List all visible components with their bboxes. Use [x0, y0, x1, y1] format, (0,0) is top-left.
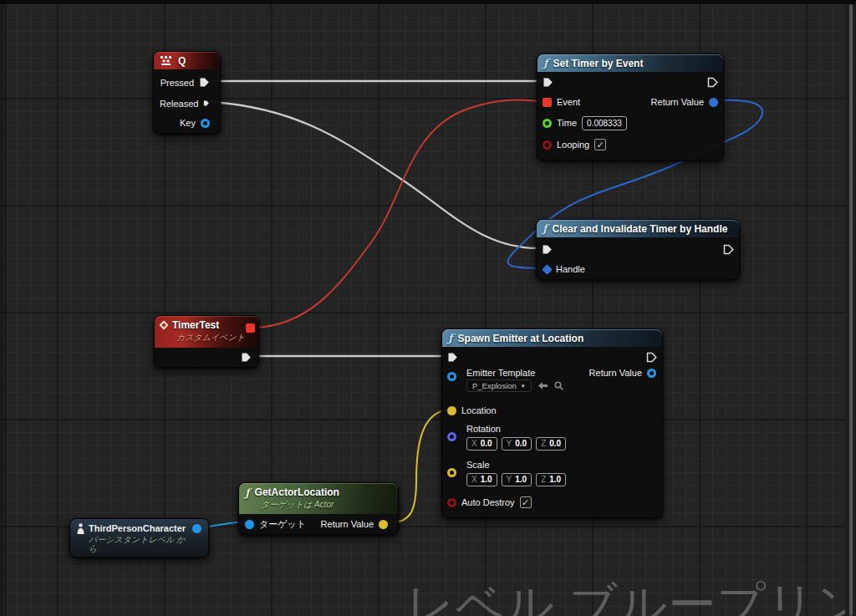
target-pin-label: ターゲット — [259, 518, 306, 531]
get-actor-location-subtitle: ターゲットは Actor — [261, 500, 334, 509]
panel-left-edge — [0, 0, 7, 616]
event-pin-label: Event — [557, 97, 580, 107]
looping-pin[interactable] — [543, 140, 552, 150]
node-spawn-emitter-at-location[interactable]: ƒ Spawn Emitter at Location Emitter Temp… — [441, 328, 663, 518]
released-pin-label: Released — [160, 99, 198, 109]
rotation-x-input[interactable]: X0.0 — [466, 437, 497, 451]
handle-pin-label: Handle — [556, 264, 585, 274]
rotation-pin-label: Rotation — [466, 424, 501, 434]
get-actor-location-title: GetActorLocation — [255, 486, 339, 498]
spawn-emitter-header: ƒ Spawn Emitter at Location — [442, 329, 662, 347]
location-pin[interactable] — [447, 406, 456, 415]
clear-timer-exec-in-pin[interactable] — [542, 244, 553, 255]
looping-checkbox[interactable]: ✓ — [594, 139, 606, 150]
q-node-header: Q — [154, 52, 220, 69]
spawn-return-pin[interactable] — [647, 369, 656, 378]
key-pin[interactable] — [201, 119, 210, 128]
set-timer-exec-in-pin[interactable] — [543, 77, 553, 88]
actor-location-return-label: Return Value — [321, 519, 374, 529]
clear-timer-title: Clear and Invalidate Timer by Handle — [553, 223, 728, 235]
wire-released-exec[interactable] — [209, 102, 539, 248]
function-icon: ƒ — [245, 487, 250, 498]
spawn-return-label: Return Value — [589, 368, 642, 378]
timertest-title: TimerTest — [172, 319, 219, 331]
spawn-exec-in-pin[interactable] — [447, 352, 458, 363]
event-delegate-pin[interactable] — [543, 98, 552, 107]
time-pin-label: Time — [557, 118, 577, 128]
third-person-title: ThirdPersonCharacter — [89, 523, 186, 533]
scale-x-input[interactable]: X1.0 — [466, 473, 497, 486]
set-timer-exec-out-pin[interactable] — [707, 77, 718, 88]
scale-z-input[interactable]: Z1.0 — [536, 473, 566, 486]
node-clear-invalidate-timer[interactable]: ƒ Clear and Invalidate Timer by Handle H… — [536, 219, 740, 280]
node-third-person-character[interactable]: ThirdPersonCharacter パーシスタントレベル から — [69, 518, 209, 557]
function-icon: ƒ — [448, 333, 453, 344]
key-pin-label: Key — [180, 118, 196, 128]
spawn-emitter-title: Spawn Emitter at Location — [458, 333, 584, 344]
function-icon: ƒ — [543, 58, 548, 69]
clear-timer-header: ƒ Clear and Invalidate Timer by Handle — [537, 220, 739, 237]
set-timer-return-label: Return Value — [651, 97, 704, 107]
released-exec-pin[interactable] — [203, 98, 210, 109]
node-get-actor-location[interactable]: ƒ GetActorLocation ターゲットは Actor ターゲット Re… — [238, 482, 399, 535]
third-person-subtitle: パーシスタントレベル から — [89, 535, 192, 553]
location-pin-label: Location — [461, 405, 497, 415]
window-top-edge — [0, 0, 856, 4]
dropdown-arrow-icon: ▼ — [521, 384, 526, 389]
browse-asset-icon[interactable] — [554, 381, 563, 390]
pressed-pin-label: Pressed — [160, 78, 194, 88]
auto-destroy-label: Auto Destroy — [461, 497, 515, 507]
q-node-title: Q — [178, 55, 186, 67]
auto-destroy-checkbox[interactable]: ✓ — [520, 496, 532, 508]
custom-event-icon — [159, 320, 168, 329]
node-q-key-event[interactable]: Q Pressed Released Key — [153, 51, 221, 134]
use-selected-asset-icon[interactable] — [538, 382, 548, 389]
set-timer-title: Set Timer by Event — [553, 58, 644, 69]
pressed-exec-pin[interactable] — [199, 77, 210, 88]
node-set-timer-by-event[interactable]: ƒ Set Timer by Event Event Return Value … — [537, 53, 724, 160]
get-actor-location-header: ƒ GetActorLocation ターゲットは Actor — [239, 483, 398, 514]
looping-pin-label: Looping — [557, 140, 589, 150]
handle-pin[interactable] — [542, 264, 553, 275]
scale-y-input[interactable]: Y1.0 — [502, 473, 532, 486]
time-value-input[interactable]: 0.008333 — [582, 116, 627, 130]
emitter-template-dropdown[interactable]: P_Explosion ▼ — [466, 379, 532, 392]
timertest-exec-out-pin[interactable] — [241, 352, 252, 363]
spawn-exec-out-pin[interactable] — [646, 352, 657, 363]
rotation-z-input[interactable]: Z0.0 — [536, 437, 566, 451]
clear-timer-exec-out-pin[interactable] — [723, 244, 734, 255]
timertest-subtitle: カスタムイベント — [176, 333, 245, 342]
set-timer-header: ƒ Set Timer by Event — [538, 54, 723, 72]
third-person-output-pin[interactable] — [192, 524, 201, 533]
function-icon: ƒ — [543, 223, 548, 234]
emitter-template-label: Emitter Template — [466, 368, 535, 378]
keyboard-icon — [160, 56, 173, 65]
timertest-delegate-pin[interactable] — [246, 323, 255, 333]
blueprint-canvas[interactable]: レベル ブループリント Q Pressed Released Key — [0, 0, 856, 616]
scrollbar-thumb[interactable] — [849, 4, 853, 616]
wire-timertest-event[interactable] — [254, 99, 543, 328]
rotation-y-input[interactable]: Y0.0 — [502, 437, 532, 451]
scale-pin-label: Scale — [466, 460, 490, 470]
set-timer-return-pin[interactable] — [709, 98, 718, 107]
auto-destroy-pin[interactable] — [447, 498, 456, 507]
node-timertest-custom-event[interactable]: TimerTest カスタムイベント — [154, 315, 259, 368]
target-pin[interactable] — [245, 520, 254, 529]
person-icon — [77, 523, 84, 534]
actor-location-return-pin[interactable] — [379, 520, 388, 529]
time-pin[interactable] — [543, 119, 552, 128]
timertest-header: TimerTest カスタムイベント — [155, 316, 258, 348]
